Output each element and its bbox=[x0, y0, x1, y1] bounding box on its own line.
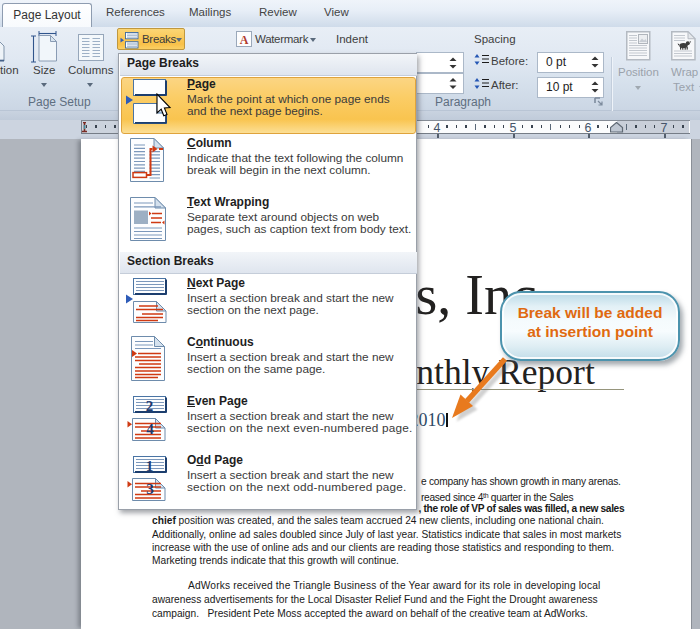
svg-text:A: A bbox=[240, 33, 249, 47]
svg-text:4: 4 bbox=[146, 421, 154, 437]
svg-text:1: 1 bbox=[146, 458, 154, 474]
svg-text:2: 2 bbox=[146, 398, 154, 414]
svg-text:3: 3 bbox=[146, 481, 154, 497]
